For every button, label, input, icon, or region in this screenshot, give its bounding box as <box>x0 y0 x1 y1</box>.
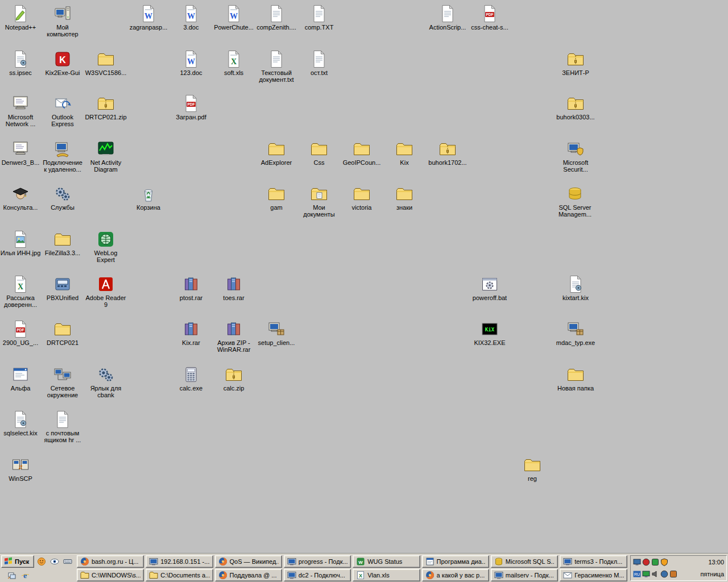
desktop-icon[interactable]: Корзина <box>128 185 169 211</box>
desktop-icon[interactable]: Мои документы <box>299 185 340 218</box>
taskbar-button[interactable]: WWUG Status <box>353 555 420 568</box>
eye-app-icon[interactable] <box>49 556 60 567</box>
desktop-icon[interactable]: ptost.rar <box>171 275 212 301</box>
desktop-icon[interactable]: comp.TXT <box>299 5 340 31</box>
desktop-icon[interactable]: poweroff.bat <box>469 275 510 301</box>
desktop-icon[interactable]: Kix <box>384 140 425 166</box>
taskbar-button[interactable]: dc2 - Подключ... <box>284 569 351 581</box>
desktop-icon[interactable]: buhork0303... <box>555 94 596 120</box>
tray-update-icon[interactable] <box>660 570 668 578</box>
taskbar-button[interactable]: C:\WINDOWS\s... <box>77 569 144 581</box>
desktop-icon[interactable]: Wzagranpasp... <box>128 5 169 31</box>
desktop-icon[interactable]: WebLog Expert <box>85 230 126 263</box>
desktop-icon[interactable]: gam <box>256 185 297 211</box>
tray-monitor-icon[interactable] <box>642 570 650 578</box>
desktop-icon[interactable]: ЗЕНИТ-Р <box>555 50 596 76</box>
tray-antivirus-icon[interactable] <box>642 558 650 566</box>
svg-text:W: W <box>230 12 238 20</box>
desktop-icon[interactable]: buhork1702... <box>427 140 468 166</box>
desktop-icon[interactable]: W3.doc <box>171 5 212 31</box>
taskbar-button[interactable]: mailserv - Подк... <box>491 569 558 581</box>
desktop-icon[interactable]: Подключение к удаленно... <box>42 140 83 173</box>
desktop-icon[interactable]: Microsoft Network ... <box>0 94 41 127</box>
desktop-icon[interactable]: KKix2Exe-Gui <box>42 50 83 76</box>
desktop-icon[interactable]: victoria <box>341 185 382 211</box>
desktop-icon[interactable]: toes.rar <box>213 275 254 301</box>
desktop-icon[interactable]: PDFЗагран.pdf <box>171 94 212 120</box>
taskbar-button[interactable]: bash.org.ru - Ц... <box>77 555 144 568</box>
desktop-icon[interactable]: calc.exe <box>171 365 212 392</box>
desktop-icon[interactable]: Новая папка <box>555 365 596 392</box>
desktop-icon[interactable]: reg <box>512 456 553 482</box>
desktop-icon[interactable]: ост.txt <box>299 50 340 76</box>
desktop-icon[interactable]: setup_clien... <box>256 320 297 346</box>
desktop-icon[interactable]: с почтовым ящиком hr ... <box>42 410 83 443</box>
desktop-icon[interactable]: ActionScrip... <box>427 5 468 31</box>
desktop-icon[interactable]: Net Activity Diagram <box>85 140 126 173</box>
desktop-icon[interactable]: ss.ipsec <box>0 50 41 76</box>
desktop-icon[interactable]: mdac_typ.exe <box>555 320 596 346</box>
desktop-icon[interactable]: AdExplorer <box>256 140 297 166</box>
desktop-icon[interactable]: Службы <box>42 185 83 211</box>
tray-shield-icon[interactable] <box>660 558 668 566</box>
desktop-icon[interactable]: Мой компьютер <box>42 5 83 38</box>
desktop-icon[interactable]: SQL Server Managem... <box>555 185 595 218</box>
tray-network-icon[interactable] <box>633 558 641 566</box>
taskbar-button[interactable]: progress - Подк... <box>284 555 351 568</box>
desktop-icon[interactable]: GeoIPCoun... <box>341 140 382 166</box>
start-button[interactable]: Пуск <box>1 555 34 568</box>
desktop-icon[interactable]: Архив ZIP - WinRAR.rar <box>213 320 254 353</box>
desktop-icon[interactable]: Kix.rar <box>171 320 212 346</box>
tray-volume-icon[interactable] <box>651 570 659 578</box>
desktop-icon[interactable]: Xsoft.xls <box>213 50 254 76</box>
show-desktop-icon[interactable] <box>6 569 18 581</box>
taskbar-button[interactable]: QoS — Википед... <box>215 555 282 568</box>
taskbar-button[interactable]: terms3 - Подкл... <box>560 555 627 568</box>
tray-language-icon[interactable]: RU <box>633 570 641 578</box>
desktop-icon[interactable]: FileZilla3.3... <box>42 230 83 256</box>
desktop-icon[interactable]: WPowerChute... <box>213 5 254 31</box>
desktop-icon[interactable]: Notepad++ <box>0 5 41 31</box>
desktop-icon[interactable]: Denwer3_B... <box>0 140 41 166</box>
desktop-icon[interactable]: W3SVC1586... <box>85 50 126 76</box>
taskbar-button[interactable]: Microsoft SQL S... <box>491 555 558 568</box>
desktop-icon[interactable]: Альфа <box>0 365 41 392</box>
desktop-icon[interactable]: kixtart.kix <box>555 275 596 301</box>
taskbar-button[interactable]: а какой у вас р... <box>422 569 489 581</box>
desktop-icon[interactable]: W123.doc <box>171 50 212 76</box>
tray-status-icon[interactable] <box>651 558 659 566</box>
clock-time[interactable]: 13:00 <box>696 559 724 566</box>
smiley-app-icon[interactable] <box>36 556 47 567</box>
desktop-icon[interactable]: Консульта... <box>0 185 41 211</box>
taskbar-button[interactable]: Поддувала @ ... <box>215 569 282 581</box>
desktop-icon[interactable]: sqlselect.kix <box>0 410 41 436</box>
desktop-icon[interactable]: PBXUnified <box>42 275 83 301</box>
desktop-icon[interactable]: XРассылка доверенн... <box>0 275 41 308</box>
taskbar-button[interactable]: Программа диа... <box>422 555 489 568</box>
desktop-icon[interactable]: Css <box>299 140 340 166</box>
desktop-icon-label: Мои документы <box>299 204 340 218</box>
desktop-icon[interactable]: calc.zip <box>213 365 254 392</box>
keyboard-app-icon[interactable] <box>62 556 73 567</box>
tray-app-icon[interactable] <box>669 570 677 578</box>
desktop-icon[interactable]: Илья ИНН.jpg <box>0 230 41 256</box>
taskbar-button[interactable]: XVlan.xls <box>353 569 420 581</box>
internet-explorer-icon[interactable]: e <box>19 569 31 581</box>
desktop-icon[interactable]: Microsoft Securit... <box>555 140 596 173</box>
desktop-icon[interactable]: compZenith.... <box>256 5 297 31</box>
taskbar-button[interactable]: C:\Documents a... <box>146 569 213 581</box>
desktop-icon[interactable]: Outlook Express <box>42 94 83 127</box>
desktop-icon[interactable]: Ярлык для cbank <box>85 365 126 398</box>
desktop-icon[interactable]: PDF2900_UG_... <box>0 320 41 346</box>
taskbar-button[interactable]: 192.168.0.151 -... <box>146 555 213 568</box>
taskbar-button[interactable]: Герасименко М... <box>560 569 627 581</box>
desktop-icon[interactable]: Текстовый документ.txt <box>256 50 297 83</box>
desktop-icon[interactable]: DRTCP021 <box>42 320 83 346</box>
desktop-icon[interactable]: WinSCP <box>0 456 41 482</box>
desktop-icon[interactable]: знаки <box>384 185 425 211</box>
desktop-icon[interactable]: PDFcss-cheat-s... <box>469 5 510 31</box>
desktop-icon[interactable]: Сетевое окружение <box>42 365 83 398</box>
desktop-icon[interactable]: KiXKIX32.EXE <box>469 320 510 346</box>
desktop-icon[interactable]: Adobe Reader 9 <box>85 275 126 308</box>
desktop-icon[interactable]: DRTCP021.zip <box>85 94 126 120</box>
